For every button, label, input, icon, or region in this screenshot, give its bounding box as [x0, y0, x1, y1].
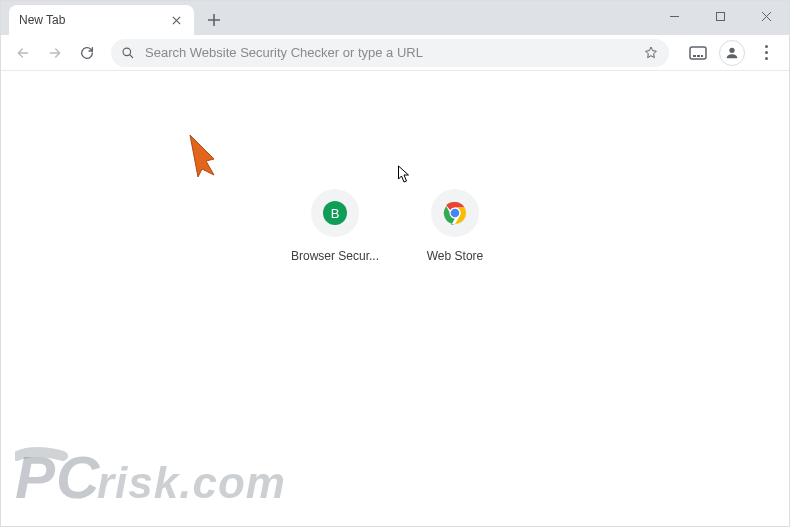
shortcut-web-store[interactable]: Web Store: [410, 189, 500, 263]
omnibox-right: [643, 45, 659, 61]
svg-rect-3: [693, 55, 696, 57]
svg-point-9: [451, 209, 460, 218]
shortcut-grid: B Browser Secur... Web Store: [290, 189, 500, 263]
address-input[interactable]: [145, 45, 635, 60]
svg-point-6: [729, 47, 734, 52]
svg-rect-4: [697, 55, 700, 57]
svg-rect-2: [690, 47, 706, 59]
watermark-text: PC risk.com: [15, 444, 355, 516]
minimize-button[interactable]: [651, 1, 697, 31]
new-tab-button[interactable]: [200, 6, 228, 34]
shortcut-label: Browser Secur...: [291, 249, 379, 263]
svg-rect-0: [716, 12, 724, 20]
address-bar[interactable]: [111, 39, 669, 67]
back-button[interactable]: [9, 39, 37, 67]
bookmark-star-icon[interactable]: [643, 45, 659, 61]
shortcut-icon: B: [311, 189, 359, 237]
new-tab-page: B Browser Secur... Web Store PC risk.com: [1, 71, 789, 526]
forward-button[interactable]: [41, 39, 69, 67]
toolbar-right: [683, 38, 781, 68]
annotation-arrow-icon: [184, 131, 228, 179]
window-controls: [651, 1, 789, 35]
svg-rect-5: [701, 55, 703, 57]
kebab-icon: [765, 45, 768, 60]
letter-badge-icon: B: [323, 201, 347, 225]
browser-tab[interactable]: New Tab: [9, 5, 194, 35]
menu-button[interactable]: [751, 38, 781, 68]
shortcut-icon: [431, 189, 479, 237]
close-tab-icon[interactable]: [168, 12, 184, 28]
shortcut-browser-security[interactable]: B Browser Secur...: [290, 189, 380, 263]
extension-icon[interactable]: [683, 38, 713, 68]
maximize-button[interactable]: [697, 1, 743, 31]
profile-avatar[interactable]: [719, 40, 745, 66]
chrome-webstore-icon: [443, 201, 467, 225]
tab-title: New Tab: [19, 13, 168, 27]
svg-text:risk.com: risk.com: [97, 458, 286, 507]
reload-button[interactable]: [73, 39, 101, 67]
mouse-cursor-icon: [396, 165, 411, 184]
toolbar: [1, 35, 789, 71]
search-icon: [121, 46, 135, 60]
shortcut-label: Web Store: [427, 249, 483, 263]
titlebar: New Tab: [1, 1, 789, 35]
close-window-button[interactable]: [743, 1, 789, 31]
